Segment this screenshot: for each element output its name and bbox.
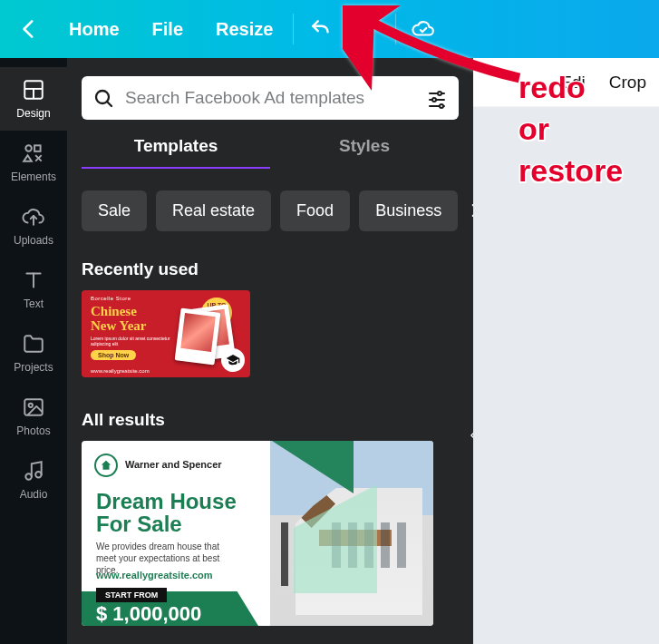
svg-point-20 [432, 98, 436, 102]
cloud-check-icon [412, 17, 435, 41]
annotation-line: or [518, 109, 623, 151]
svg-rect-4 [34, 145, 41, 151]
panel-collapse-handle[interactable] [464, 392, 473, 479]
sidebar-item-label: Photos [16, 424, 50, 437]
panel-tabs: Templates Styles [82, 136, 459, 169]
filters-icon[interactable] [426, 87, 448, 109]
annotation-line: restore [518, 151, 623, 192]
sidebar-item-uploads[interactable]: Uploads [0, 194, 67, 258]
template-title-line: New Year [91, 318, 147, 333]
svg-point-3 [25, 145, 31, 151]
undo-icon [309, 17, 333, 41]
file-menu[interactable]: File [136, 10, 199, 49]
sidebar-item-label: Text [24, 298, 44, 310]
sidebar-item-elements[interactable]: Elements [0, 131, 67, 194]
svg-point-12 [29, 404, 33, 407]
chip-sale[interactable]: Sale [82, 190, 147, 231]
sidebar-item-label: Audio [20, 488, 48, 501]
resize-menu[interactable]: Resize [199, 10, 289, 49]
divider [293, 14, 294, 44]
price-label: START FROM [96, 588, 167, 602]
annotation-line: redo [518, 67, 623, 109]
tab-templates[interactable]: Templates [82, 136, 270, 169]
search-input[interactable] [125, 88, 415, 108]
back-button[interactable] [5, 9, 53, 49]
annotation-text: redo or restore [518, 67, 623, 192]
svg-point-22 [440, 104, 443, 108]
shapes-icon [22, 141, 45, 165]
layout-icon [22, 78, 45, 102]
text-icon [22, 268, 45, 292]
svg-point-18 [438, 92, 441, 95]
section-all-results: All results [82, 410, 459, 430]
image-icon [22, 395, 45, 419]
chevron-left-icon [17, 17, 41, 41]
chip-real-estate[interactable]: Real estate [156, 190, 271, 231]
sidebar-item-label: Design [16, 107, 50, 120]
brand-name: Warner and Spencer [125, 459, 222, 470]
cloud-sync-button[interactable] [400, 9, 447, 49]
top-menu-bar: Home File Resize [0, 0, 659, 58]
headline-line: For Sale [96, 512, 237, 535]
redo-icon [356, 17, 380, 41]
templates-panel: Templates Styles Sale Real estate Food B… [67, 58, 473, 644]
home-menu[interactable]: Home [53, 10, 136, 49]
template-site: www.reallygreatsite.com [96, 570, 213, 581]
template-cta: Shop Now [91, 350, 136, 360]
template-headline: Dream House For Sale [96, 490, 237, 535]
result-template-card[interactable]: Warner and Spencer Dream House For Sale … [82, 441, 433, 626]
chip-business[interactable]: Business [359, 190, 458, 231]
svg-line-16 [107, 102, 111, 106]
sidebar-item-design[interactable]: Design [0, 67, 67, 131]
template-site: www.reallygreatsite.com [91, 368, 150, 374]
template-subtext: Lorem ipsum dolor sit amet consectetur a… [91, 336, 172, 346]
search-icon [92, 87, 114, 109]
redo-button[interactable] [344, 9, 392, 49]
education-badge [221, 348, 245, 372]
brand-logo [94, 454, 118, 477]
sidebar-item-label: Uploads [14, 234, 53, 247]
search-box[interactable] [82, 76, 459, 120]
chips-scroll-right[interactable] [467, 189, 473, 232]
category-chips: Sale Real estate Food Business [82, 189, 459, 232]
music-icon [22, 459, 45, 483]
svg-marker-5 [24, 155, 32, 161]
sidebar-item-audio[interactable]: Audio [0, 448, 67, 512]
price-value: $ 1,000,000 [96, 602, 201, 626]
chip-food[interactable]: Food [280, 190, 350, 231]
folder-icon [22, 332, 45, 356]
template-title-line: Chinese [91, 304, 137, 318]
tab-styles[interactable]: Styles [270, 136, 459, 169]
template-greeting: Borcelle Store [91, 296, 131, 301]
sidebar-item-photos[interactable]: Photos [0, 385, 67, 448]
headline-line: Dream House [96, 490, 237, 512]
sidebar-item-label: Elements [11, 171, 56, 183]
section-recently-used: Recently used [82, 259, 459, 279]
undo-button[interactable] [297, 9, 344, 49]
sidebar-item-text[interactable]: Text [0, 258, 67, 321]
chevron-right-icon [467, 202, 473, 219]
recent-template-card[interactable]: Borcelle Store Chinese New Year Lorem ip… [82, 290, 250, 377]
svg-point-14 [35, 472, 41, 478]
svg-rect-11 [24, 399, 43, 415]
house-icon [100, 459, 112, 472]
cloud-upload-icon [22, 205, 45, 229]
left-rail: Design Elements Uploads Text Projects Ph… [0, 58, 67, 644]
graduation-cap-icon [226, 353, 240, 367]
sidebar-item-label: Projects [14, 361, 53, 374]
sidebar-item-projects[interactable]: Projects [0, 321, 67, 385]
divider [395, 14, 396, 44]
